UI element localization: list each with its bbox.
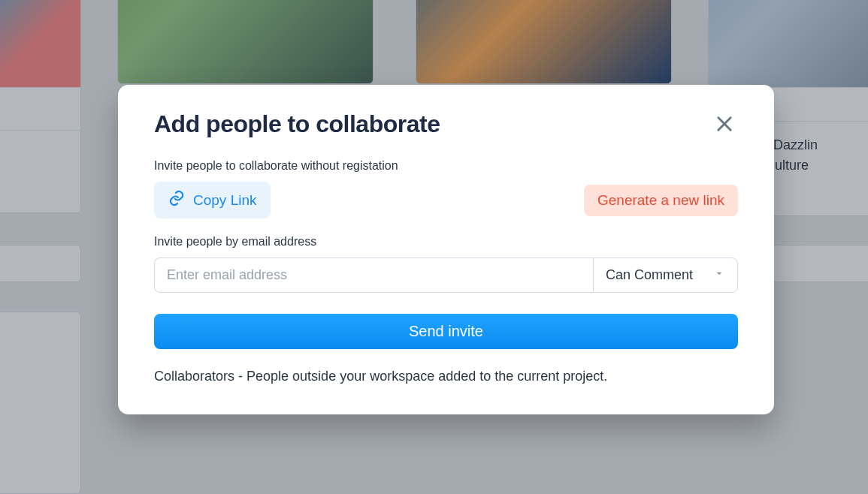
close-icon: [714, 113, 735, 134]
send-invite-button[interactable]: Send invite: [154, 314, 738, 349]
modal-title: Add people to collaborate: [154, 110, 440, 138]
permission-select[interactable]: Can Comment: [593, 258, 738, 293]
chevron-down-icon: [713, 267, 725, 283]
close-button[interactable]: [711, 110, 738, 137]
permission-selected-value: Can Comment: [606, 267, 693, 283]
invite-link-label: Invite people to collaborate without reg…: [154, 159, 738, 173]
copy-link-button[interactable]: Copy Link: [154, 182, 271, 218]
copy-link-label: Copy Link: [193, 192, 257, 209]
send-invite-label: Send invite: [409, 323, 483, 339]
generate-link-label: Generate a new link: [597, 192, 724, 208]
collaborate-modal: Add people to collaborate Invite people …: [118, 85, 774, 414]
link-icon: [168, 189, 186, 211]
collaborators-helper-text: Collaborators - People outside your work…: [154, 369, 738, 384]
generate-link-button[interactable]: Generate a new link: [584, 185, 738, 216]
invite-email-label: Invite people by email address: [154, 235, 738, 249]
email-input[interactable]: [154, 258, 593, 293]
